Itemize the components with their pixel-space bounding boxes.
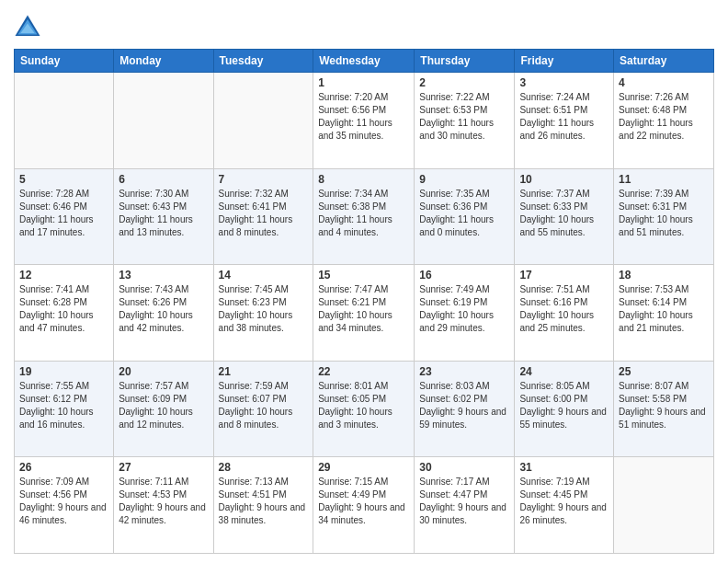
day-info: Sunrise: 7:39 AMSunset: 6:31 PMDaylight:… <box>619 188 709 239</box>
weekday-header-tuesday: Tuesday <box>213 50 313 73</box>
day-info: Sunrise: 7:09 AMSunset: 4:56 PMDaylight:… <box>19 476 108 527</box>
day-number: 8 <box>318 173 409 186</box>
day-cell: 9Sunrise: 7:35 AMSunset: 6:36 PMDaylight… <box>415 168 515 265</box>
day-number: 25 <box>619 365 709 378</box>
day-cell <box>213 73 313 169</box>
week-row-1: 1Sunrise: 7:20 AMSunset: 6:56 PMDaylight… <box>15 73 714 169</box>
day-number: 31 <box>519 461 609 474</box>
day-cell: 13Sunrise: 7:43 AMSunset: 6:26 PMDayligh… <box>114 265 213 362</box>
day-cell <box>614 457 714 554</box>
day-number: 22 <box>318 365 409 378</box>
weekday-header-row: SundayMondayTuesdayWednesdayThursdayFrid… <box>15 50 714 73</box>
weekday-header-wednesday: Wednesday <box>313 50 415 73</box>
logo-icon <box>14 14 41 41</box>
day-info: Sunrise: 8:05 AMSunset: 6:00 PMDaylight:… <box>519 380 609 431</box>
day-cell: 21Sunrise: 7:59 AMSunset: 6:07 PMDayligh… <box>213 361 313 457</box>
day-number: 24 <box>519 365 609 378</box>
day-info: Sunrise: 7:37 AMSunset: 6:33 PMDaylight:… <box>519 188 609 239</box>
day-cell: 30Sunrise: 7:17 AMSunset: 4:47 PMDayligh… <box>415 457 515 554</box>
week-row-3: 12Sunrise: 7:41 AMSunset: 6:28 PMDayligh… <box>15 265 714 362</box>
day-info: Sunrise: 8:03 AMSunset: 6:02 PMDaylight:… <box>419 380 509 431</box>
day-cell: 23Sunrise: 8:03 AMSunset: 6:02 PMDayligh… <box>415 361 515 457</box>
day-cell: 12Sunrise: 7:41 AMSunset: 6:28 PMDayligh… <box>15 265 114 362</box>
day-cell: 3Sunrise: 7:24 AMSunset: 6:51 PMDaylight… <box>515 73 614 169</box>
day-cell: 7Sunrise: 7:32 AMSunset: 6:41 PMDaylight… <box>213 168 313 265</box>
week-row-2: 5Sunrise: 7:28 AMSunset: 6:46 PMDaylight… <box>15 168 714 265</box>
day-info: Sunrise: 7:24 AMSunset: 6:51 PMDaylight:… <box>519 91 609 143</box>
page: SundayMondayTuesdayWednesdayThursdayFrid… <box>0 0 728 563</box>
day-info: Sunrise: 7:35 AMSunset: 6:36 PMDaylight:… <box>419 188 509 239</box>
day-info: Sunrise: 8:01 AMSunset: 6:05 PMDaylight:… <box>318 380 409 431</box>
day-number: 30 <box>419 461 509 474</box>
day-number: 16 <box>419 269 509 282</box>
day-cell: 17Sunrise: 7:51 AMSunset: 6:16 PMDayligh… <box>515 265 614 362</box>
day-cell: 8Sunrise: 7:34 AMSunset: 6:38 PMDaylight… <box>313 168 415 265</box>
day-info: Sunrise: 7:47 AMSunset: 6:21 PMDaylight:… <box>318 283 409 335</box>
day-info: Sunrise: 8:07 AMSunset: 5:58 PMDaylight:… <box>619 380 709 431</box>
day-info: Sunrise: 7:45 AMSunset: 6:23 PMDaylight:… <box>219 283 309 335</box>
day-number: 6 <box>119 173 208 186</box>
day-info: Sunrise: 7:41 AMSunset: 6:28 PMDaylight:… <box>19 283 108 335</box>
day-cell: 24Sunrise: 8:05 AMSunset: 6:00 PMDayligh… <box>515 361 614 457</box>
day-number: 3 <box>519 76 609 89</box>
day-cell: 15Sunrise: 7:47 AMSunset: 6:21 PMDayligh… <box>313 265 415 362</box>
day-number: 1 <box>318 76 409 89</box>
day-number: 26 <box>19 461 108 474</box>
day-info: Sunrise: 7:13 AMSunset: 4:51 PMDaylight:… <box>219 476 309 527</box>
day-cell: 11Sunrise: 7:39 AMSunset: 6:31 PMDayligh… <box>614 168 714 265</box>
weekday-header-thursday: Thursday <box>415 50 515 73</box>
day-number: 17 <box>519 269 609 282</box>
day-number: 15 <box>318 269 409 282</box>
day-info: Sunrise: 7:51 AMSunset: 6:16 PMDaylight:… <box>519 283 609 335</box>
day-info: Sunrise: 7:32 AMSunset: 6:41 PMDaylight:… <box>219 188 309 239</box>
weekday-header-sunday: Sunday <box>15 50 114 73</box>
day-cell: 27Sunrise: 7:11 AMSunset: 4:53 PMDayligh… <box>114 457 213 554</box>
day-number: 27 <box>119 461 208 474</box>
day-cell: 19Sunrise: 7:55 AMSunset: 6:12 PMDayligh… <box>15 361 114 457</box>
day-info: Sunrise: 7:20 AMSunset: 6:56 PMDaylight:… <box>318 91 409 143</box>
day-cell: 18Sunrise: 7:53 AMSunset: 6:14 PMDayligh… <box>614 265 714 362</box>
day-cell: 4Sunrise: 7:26 AMSunset: 6:48 PMDaylight… <box>614 73 714 169</box>
day-number: 19 <box>19 365 108 378</box>
day-cell: 26Sunrise: 7:09 AMSunset: 4:56 PMDayligh… <box>15 457 114 554</box>
week-row-5: 26Sunrise: 7:09 AMSunset: 4:56 PMDayligh… <box>15 457 714 554</box>
day-number: 2 <box>419 76 509 89</box>
calendar: SundayMondayTuesdayWednesdayThursdayFrid… <box>14 49 714 554</box>
day-info: Sunrise: 7:57 AMSunset: 6:09 PMDaylight:… <box>119 380 208 431</box>
day-info: Sunrise: 7:11 AMSunset: 4:53 PMDaylight:… <box>119 476 208 527</box>
day-cell: 22Sunrise: 8:01 AMSunset: 6:05 PMDayligh… <box>313 361 415 457</box>
day-cell: 10Sunrise: 7:37 AMSunset: 6:33 PMDayligh… <box>515 168 614 265</box>
day-info: Sunrise: 7:43 AMSunset: 6:26 PMDaylight:… <box>119 283 208 335</box>
day-number: 13 <box>119 269 208 282</box>
day-info: Sunrise: 7:59 AMSunset: 6:07 PMDaylight:… <box>219 380 309 431</box>
week-row-4: 19Sunrise: 7:55 AMSunset: 6:12 PMDayligh… <box>15 361 714 457</box>
day-number: 10 <box>519 173 609 186</box>
day-info: Sunrise: 7:26 AMSunset: 6:48 PMDaylight:… <box>619 91 709 143</box>
weekday-header-friday: Friday <box>515 50 614 73</box>
day-number: 4 <box>619 76 709 89</box>
weekday-header-monday: Monday <box>114 50 213 73</box>
day-number: 29 <box>318 461 409 474</box>
day-info: Sunrise: 7:17 AMSunset: 4:47 PMDaylight:… <box>419 476 509 527</box>
day-number: 7 <box>219 173 309 186</box>
day-info: Sunrise: 7:28 AMSunset: 6:46 PMDaylight:… <box>19 188 108 239</box>
day-number: 28 <box>219 461 309 474</box>
day-info: Sunrise: 7:34 AMSunset: 6:38 PMDaylight:… <box>318 188 409 239</box>
day-number: 9 <box>419 173 509 186</box>
day-number: 20 <box>119 365 208 378</box>
weekday-header-saturday: Saturday <box>614 50 714 73</box>
day-cell: 1Sunrise: 7:20 AMSunset: 6:56 PMDaylight… <box>313 73 415 169</box>
day-info: Sunrise: 7:15 AMSunset: 4:49 PMDaylight:… <box>318 476 409 527</box>
day-cell: 6Sunrise: 7:30 AMSunset: 6:43 PMDaylight… <box>114 168 213 265</box>
day-number: 11 <box>619 173 709 186</box>
day-cell: 2Sunrise: 7:22 AMSunset: 6:53 PMDaylight… <box>415 73 515 169</box>
day-cell: 31Sunrise: 7:19 AMSunset: 4:45 PMDayligh… <box>515 457 614 554</box>
day-cell: 28Sunrise: 7:13 AMSunset: 4:51 PMDayligh… <box>213 457 313 554</box>
header <box>14 9 714 41</box>
day-number: 21 <box>219 365 309 378</box>
day-info: Sunrise: 7:55 AMSunset: 6:12 PMDaylight:… <box>19 380 108 431</box>
day-info: Sunrise: 7:22 AMSunset: 6:53 PMDaylight:… <box>419 91 509 143</box>
day-number: 18 <box>619 269 709 282</box>
day-number: 23 <box>419 365 509 378</box>
day-info: Sunrise: 7:53 AMSunset: 6:14 PMDaylight:… <box>619 283 709 335</box>
